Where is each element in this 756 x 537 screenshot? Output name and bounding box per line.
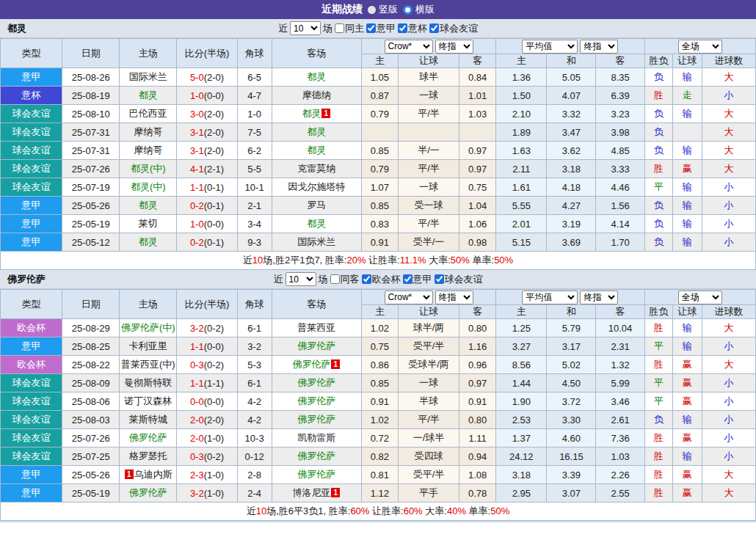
summary-segment: 近 <box>243 255 252 266</box>
result-wdl-cell: 胜 <box>644 356 672 374</box>
league-checkbox[interactable] <box>429 23 439 33</box>
final-index-select-2[interactable]: 终指 <box>580 291 618 304</box>
result-wdl-cell: 平 <box>644 178 672 197</box>
avg-draw-cell: 3.62 <box>547 142 596 160</box>
same-venue-filter[interactable]: 同客 <box>330 273 360 286</box>
halftime-score: (0-2) <box>204 323 224 334</box>
league-checkbox[interactable] <box>435 274 444 284</box>
col-corner: 角球 <box>237 39 272 68</box>
average-select[interactable]: 平均值 <box>522 40 578 54</box>
avg-away-cell: 7.36 <box>596 429 644 448</box>
home-team-cell: 普莱西亚(中) <box>120 356 177 374</box>
team-link[interactable]: 都灵 <box>307 145 326 156</box>
team-link[interactable]: 都灵 <box>302 108 321 119</box>
final-index-select-2[interactable]: 终指 <box>580 40 618 54</box>
league-filter[interactable]: 意甲 <box>403 273 432 286</box>
corner-cell: 6-5 <box>237 68 272 87</box>
team-link[interactable]: 佛罗伦萨 <box>297 450 335 461</box>
league-checkbox[interactable] <box>398 23 407 33</box>
same-venue-filter[interactable]: 同主 <box>335 22 364 35</box>
result-handicap-cell <box>672 123 702 142</box>
result-handicap-cell: 输 <box>672 105 702 123</box>
away-team-cell: 罗马 <box>272 197 361 215</box>
full-match-select[interactable]: 全场 <box>678 291 722 304</box>
away-team-cell: 佛罗伦萨 <box>272 337 361 356</box>
team-link[interactable]: 佛罗伦萨 <box>297 469 335 480</box>
score-cell: 3-1(2-0) <box>177 123 237 142</box>
league-filter[interactable]: 欧会杯 <box>362 273 401 286</box>
version-radio-vertical[interactable]: 竖版 <box>368 3 398 16</box>
recent-count-select[interactable]: 10 <box>286 272 316 286</box>
recent-count-select[interactable]: 10 <box>290 21 321 35</box>
avg-away-cell: 1.03 <box>596 448 644 466</box>
team-link[interactable]: 都灵 <box>307 71 326 82</box>
score-cell: 2-3(1-0) <box>177 466 237 484</box>
avg-home-cell: 2.53 <box>496 411 547 429</box>
league-checkbox[interactable] <box>366 23 376 33</box>
odds-home-cell: 0.79 <box>361 105 398 123</box>
summary-segment: 10 <box>256 505 266 516</box>
league-checkbox[interactable] <box>403 274 412 284</box>
avg-home-cell: 1.36 <box>496 68 547 87</box>
radio-vertical-label[interactable]: 竖版 <box>379 3 398 16</box>
odds-away-cell: 1.16 <box>459 337 496 356</box>
league-filter[interactable]: 意杯 <box>398 22 427 35</box>
same-venue-checkbox[interactable] <box>330 274 340 284</box>
result-goals-cell: 小 <box>702 411 755 429</box>
team-link[interactable]: 佛罗伦萨 <box>292 359 330 370</box>
team-link[interactable]: 都灵 <box>139 200 158 211</box>
radio-selected-icon[interactable] <box>403 5 412 15</box>
score-cell: 0-3(0-2) <box>177 356 237 374</box>
team-link[interactable]: 佛罗伦萨 <box>297 395 335 406</box>
team-link[interactable]: 佛罗伦萨 <box>129 432 167 443</box>
team-link[interactable]: 都灵 <box>139 236 158 247</box>
team-link[interactable]: 都灵(中) <box>131 181 166 192</box>
final-index-select[interactable]: 终指 <box>435 291 473 304</box>
team-link[interactable]: 都灵 <box>307 126 326 137</box>
avg-home-cell: 1.63 <box>496 142 547 160</box>
score-cell: 0-3(0-2) <box>177 448 237 466</box>
team-name: 佛罗伦萨 <box>7 273 46 286</box>
team-link[interactable]: 佛罗伦萨 <box>129 487 167 498</box>
col-type: 类型 <box>1 290 62 319</box>
team-link[interactable]: 佛罗伦萨 <box>297 340 335 351</box>
league-filter[interactable]: 球会友谊 <box>429 22 478 35</box>
home-team-cell: 莱斯特城 <box>120 411 177 429</box>
bookmaker-select[interactable]: Crow* <box>385 291 433 304</box>
fulltime-score: 0-2 <box>190 237 204 248</box>
team-link[interactable]: 佛罗伦萨(中) <box>121 322 175 333</box>
league-filter[interactable]: 意甲 <box>366 22 396 35</box>
average-select[interactable]: 平均值 <box>522 291 578 304</box>
bookmaker-select[interactable]: Crow* <box>385 40 433 54</box>
team-link[interactable]: 都灵(中) <box>131 163 166 174</box>
team-link[interactable]: 都灵 <box>139 90 158 101</box>
version-radio-horizontal[interactable]: 横版 <box>403 3 435 16</box>
avg-away-cell: 1.70 <box>596 233 644 252</box>
score-cell: 0-2(0-1) <box>177 233 237 252</box>
team-link[interactable]: 都灵 <box>307 218 326 229</box>
sub-avg-away: 客 <box>596 305 644 319</box>
team-link[interactable]: 佛罗伦萨 <box>297 414 335 425</box>
fulltime-score: 4-1 <box>190 164 204 175</box>
league-filter[interactable]: 球会友谊 <box>435 273 483 286</box>
avg-home-cell: 24.12 <box>496 448 547 466</box>
summary-segment: 场,胜2平1负7, 胜率: <box>263 255 346 266</box>
result-handicap-cell: 输 <box>672 411 702 429</box>
team-link: 国际米兰 <box>297 236 335 247</box>
league-cell: 意杯 <box>1 87 62 105</box>
same-venue-checkbox[interactable] <box>335 23 344 33</box>
fulltime-score: 0-3 <box>190 451 204 462</box>
team-link[interactable]: 佛罗伦萨 <box>297 377 335 388</box>
avg-draw-cell: 3.07 <box>547 484 596 503</box>
final-index-select[interactable]: 终指 <box>435 40 473 54</box>
avg-away-cell: 2.61 <box>596 411 644 429</box>
result-wdl-cell: 胜 <box>644 429 672 448</box>
league-checkbox[interactable] <box>362 274 371 284</box>
match-row: 意甲25-08-26国际米兰5-0(2-0)6-5都灵1.05球半0.841.3… <box>1 68 756 87</box>
full-match-select[interactable]: 全场 <box>678 40 722 54</box>
radio-horizontal-label[interactable]: 横版 <box>415 3 435 16</box>
radio-unselected-icon[interactable] <box>368 6 376 14</box>
match-row: 球会友谊25-08-09曼彻斯特联1-1(1-1)6-1佛罗伦萨0.85一球0.… <box>1 374 756 392</box>
team-link: 卡利亚里 <box>129 340 167 351</box>
result-wdl-cell: 负 <box>644 68 672 87</box>
